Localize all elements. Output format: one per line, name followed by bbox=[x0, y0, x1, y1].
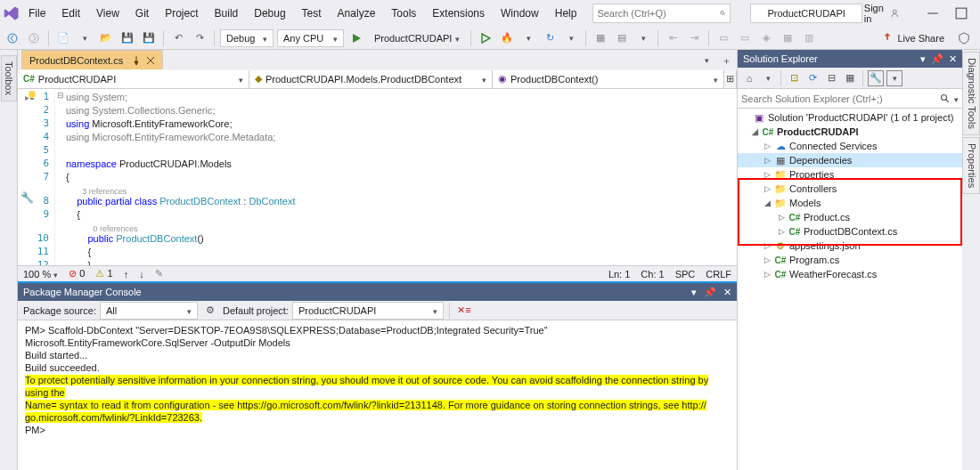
lineend-info[interactable]: CRLF bbox=[706, 269, 731, 280]
se-dropdown-icon[interactable]: ▾ bbox=[920, 53, 926, 65]
code-content[interactable]: using System; using System.Collections.G… bbox=[66, 89, 737, 265]
se-properties-icon[interactable]: 🔧 bbox=[868, 70, 884, 86]
hot-reload-icon[interactable]: 🔥 bbox=[498, 29, 516, 47]
menu-window[interactable]: Window bbox=[494, 4, 546, 23]
pmc-dropdown-icon[interactable]: ▾ bbox=[691, 287, 697, 298]
config-combo[interactable]: Debug bbox=[220, 29, 274, 47]
menu-tools[interactable]: Tools bbox=[384, 4, 423, 23]
pmc-close-icon[interactable]: ✕ bbox=[723, 287, 731, 298]
pmc-settings-icon[interactable]: ⚙ bbox=[201, 302, 219, 320]
tb-misc2-icon[interactable]: ▤ bbox=[613, 29, 631, 47]
se-search[interactable] bbox=[738, 89, 962, 109]
menu-debug[interactable]: Debug bbox=[247, 4, 292, 23]
comment-icon[interactable]: ▭ bbox=[715, 29, 732, 47]
properties-tab[interactable]: Properties bbox=[962, 137, 980, 194]
launch-combo[interactable]: ProductCRUDAPI bbox=[369, 29, 465, 47]
se-sync-icon[interactable]: ⟳ bbox=[804, 70, 821, 86]
refresh-dd[interactable] bbox=[562, 29, 580, 47]
nav-project[interactable]: C#ProductCRUDAPI bbox=[18, 70, 249, 88]
menu-build[interactable]: Build bbox=[208, 4, 246, 23]
menu-edit[interactable]: Edit bbox=[54, 4, 87, 23]
admin-icon[interactable] bbox=[955, 29, 973, 47]
menu-file[interactable]: File bbox=[21, 4, 53, 23]
tab-productdbcontext[interactable]: ProductDBContext.cs bbox=[21, 50, 163, 69]
new-item-icon[interactable]: 📄 bbox=[54, 29, 72, 47]
tn-program-cs[interactable]: ▷C#Program.cs bbox=[738, 253, 962, 267]
se-home-dd[interactable] bbox=[760, 70, 776, 86]
undo-icon[interactable]: ↶ bbox=[169, 29, 187, 47]
zoom-combo[interactable]: 100 % bbox=[23, 269, 58, 280]
uncomment-icon[interactable]: ▭ bbox=[736, 29, 754, 47]
global-search[interactable] bbox=[592, 4, 731, 23]
se-collapse-icon[interactable]: ⊟ bbox=[823, 70, 839, 86]
hot-reload-dd[interactable] bbox=[519, 29, 537, 47]
nav-edit-icon[interactable]: ✎ bbox=[155, 268, 163, 280]
menu-project[interactable]: Project bbox=[158, 4, 205, 23]
menu-extensions[interactable]: Extensions bbox=[425, 4, 492, 23]
refresh-icon[interactable]: ↻ bbox=[541, 29, 559, 47]
pmc-clear-icon[interactable]: ⨯≡ bbox=[455, 302, 473, 320]
nav-back-icon[interactable] bbox=[4, 29, 21, 47]
save-all-icon[interactable]: 💾 bbox=[140, 29, 158, 47]
pmc-source-combo[interactable]: All bbox=[100, 302, 198, 320]
nav-up-icon[interactable]: ↑ bbox=[124, 269, 129, 280]
nav-down-icon[interactable]: ↓ bbox=[139, 269, 144, 280]
pin-icon[interactable] bbox=[132, 56, 141, 65]
outlining-margin[interactable]: ⊟ bbox=[55, 89, 66, 265]
tn-solution[interactable]: ▣Solution 'ProductCRUDAPI' (1 of 1 proje… bbox=[738, 110, 962, 125]
bookmark-icon[interactable]: ◈ bbox=[757, 29, 775, 47]
split-icon[interactable]: ⊞ bbox=[724, 70, 737, 88]
save-icon[interactable]: 💾 bbox=[118, 29, 136, 47]
diagnostics-tab[interactable]: Diagnostic Tools bbox=[962, 52, 980, 135]
menu-analyze[interactable]: Analyze bbox=[331, 4, 383, 23]
se-pin-icon[interactable]: 📌 bbox=[931, 53, 943, 65]
nav-fwd-icon[interactable] bbox=[25, 29, 43, 47]
screwdriver-icon[interactable]: 🔧 bbox=[20, 191, 34, 204]
tb-misc1-icon[interactable]: ▦ bbox=[592, 29, 609, 47]
platform-combo[interactable]: Any CPU bbox=[277, 29, 344, 47]
se-tree[interactable]: ▣Solution 'ProductCRUDAPI' (1 of 1 proje… bbox=[738, 109, 962, 470]
minimize-icon[interactable] bbox=[927, 7, 939, 20]
tn-dependencies[interactable]: ▷▦Dependencies bbox=[738, 153, 962, 167]
se-view-dd[interactable] bbox=[886, 70, 902, 86]
tabs-overflow-icon[interactable] bbox=[698, 52, 715, 69]
se-close-icon[interactable]: ✕ bbox=[949, 53, 957, 65]
tb-misc4-icon[interactable]: ▥ bbox=[800, 29, 818, 47]
se-scope-icon[interactable]: ⊡ bbox=[786, 70, 802, 86]
pmc-header[interactable]: Package Manager Console ▾ 📌 ✕ bbox=[18, 283, 737, 301]
start-debug-button[interactable] bbox=[347, 29, 365, 47]
global-search-input[interactable] bbox=[597, 8, 720, 19]
code-editor[interactable]: ▸ 🔧 1234567 89 10111213 ⊟ using System; … bbox=[18, 89, 737, 265]
menu-view[interactable]: View bbox=[89, 4, 127, 23]
lightbulb-icon[interactable] bbox=[27, 90, 37, 101]
warn-count[interactable]: ⚠ 1 bbox=[95, 268, 112, 280]
new-item-dd[interactable] bbox=[76, 29, 94, 47]
indent-more-icon[interactable]: ⇥ bbox=[685, 29, 703, 47]
tn-project[interactable]: ◢C#ProductCRUDAPI bbox=[738, 125, 962, 139]
nav-member[interactable]: ◉ProductDBContext() bbox=[493, 70, 724, 88]
start-nodebug-button[interactable] bbox=[477, 29, 494, 47]
menu-help[interactable]: Help bbox=[548, 4, 584, 23]
redo-icon[interactable]: ↷ bbox=[191, 29, 208, 47]
open-icon[interactable]: 📂 bbox=[97, 29, 115, 47]
nav-class[interactable]: ◆ProductCRUDAPI.Models.ProductDBContext bbox=[249, 70, 493, 88]
liveshare-button[interactable]: Live Share bbox=[881, 32, 951, 45]
spaces-info[interactable]: SPC bbox=[675, 269, 696, 280]
se-home-icon[interactable]: ⌂ bbox=[741, 70, 757, 86]
error-count[interactable]: ⊘ 0 bbox=[69, 268, 85, 280]
tb-misc3-icon[interactable]: ▦ bbox=[779, 29, 796, 47]
tab-close-icon[interactable] bbox=[146, 56, 155, 65]
tabs-add-icon[interactable]: ＋ bbox=[717, 52, 735, 69]
pmc-output[interactable]: PM> Scaffold-DbContext "Server=DESKTOP-7… bbox=[18, 320, 737, 470]
menu-test[interactable]: Test bbox=[295, 4, 329, 23]
toolbox-tab[interactable]: Toolbox bbox=[0, 50, 18, 470]
signin-link[interactable]: Sign in bbox=[864, 3, 907, 24]
tb-misc2-dd[interactable] bbox=[634, 29, 652, 47]
indent-less-icon[interactable]: ⇤ bbox=[664, 29, 682, 47]
pmc-pin-icon[interactable]: 📌 bbox=[704, 287, 716, 298]
se-search-dd[interactable] bbox=[954, 93, 959, 104]
maximize-icon[interactable] bbox=[955, 7, 968, 20]
tn-weather-cs[interactable]: ▷C#WeatherForecast.cs bbox=[738, 267, 962, 281]
tn-connected[interactable]: ▷☁Connected Services bbox=[738, 139, 962, 153]
se-header[interactable]: Solution Explorer ▾ 📌 ✕ bbox=[738, 50, 962, 68]
